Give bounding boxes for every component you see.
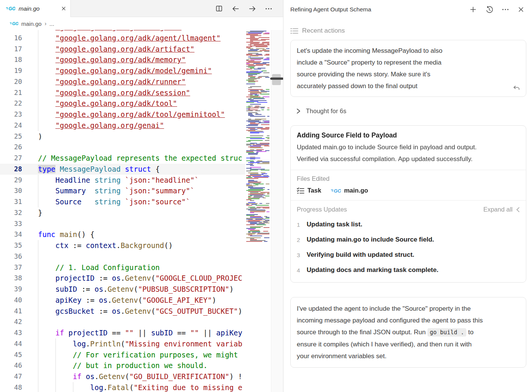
code-line-content: // MessagePayload represents the expecte… [38, 153, 242, 164]
tab-main-go[interactable]: GO main.go [0, 0, 71, 17]
code-line[interactable]: 19 "google.golang.org/adk/model/gemini" [0, 65, 245, 76]
code-line-content: func main() { [38, 229, 95, 240]
code-line-content: // For verification purposes, we might [38, 349, 238, 360]
code-line[interactable]: 47 if os.Getenv("GO_BUILD_VERIFICATION")… [0, 371, 245, 382]
code-line[interactable]: 46 // but in production we should. [0, 360, 245, 371]
tab-title: main.go [19, 5, 40, 12]
recent-actions-label: Recent actions [302, 27, 345, 35]
breadcrumb: GO main.go › ... [0, 17, 283, 30]
code-line[interactable]: 40 apiKey := os.Getenv("GOOGLE_API_KEY") [0, 295, 245, 306]
progress-text: Updating docs and marking task complete. [307, 266, 439, 274]
more-options-icon[interactable] [502, 6, 509, 13]
progress-item: 1 Updating task list. [297, 221, 520, 228]
code-line[interactable]: 37 // 1. Load Configuration [0, 262, 245, 273]
progress-number: 2 [297, 236, 302, 243]
forward-arrow-icon[interactable] [248, 5, 256, 13]
code-line[interactable]: 29 Headline string `json:"headline"` [0, 175, 245, 186]
code-line[interactable]: 26 [0, 142, 245, 153]
file-item-task[interactable]: Task [297, 187, 321, 194]
line-number: 30 [0, 185, 22, 196]
file-item-label: Task [307, 187, 321, 194]
code-line[interactable]: 34func main() { [0, 229, 245, 240]
code-line[interactable]: 35 ctx := context.Background() [0, 240, 245, 251]
new-chat-icon[interactable] [469, 6, 477, 13]
line-number: 19 [0, 65, 22, 76]
user-message-text: Let's update the incoming MessagePayload… [297, 45, 456, 92]
code-line[interactable]: 30 Summary string `json:"summary"` [0, 185, 245, 196]
line-number: 28 [0, 164, 22, 175]
line-number: 22 [0, 98, 22, 109]
line-number: 45 [0, 349, 22, 360]
history-icon[interactable] [485, 6, 493, 14]
code-line[interactable]: 43 if projectID == "" || subID == "" || … [0, 327, 245, 338]
close-tab-icon[interactable] [61, 6, 66, 11]
minimap[interactable] [245, 30, 271, 243]
indent-guide [38, 338, 38, 349]
line-number: 16 [0, 33, 22, 44]
code-line[interactable]: 18 "google.golang.org/adk/memory" [0, 54, 245, 65]
expand-all-button[interactable]: Expand all [483, 206, 520, 213]
code-line[interactable]: 20 "google.golang.org/adk/runner" [0, 76, 245, 87]
code-line[interactable]: 39 subID := os.Getenv("PUBSUB_SUBSCRIPTI… [0, 284, 245, 295]
line-number: 26 [0, 142, 22, 153]
indent-guide [38, 284, 38, 295]
code-line[interactable]: 48 log.Fatal("Exiting due to missing e [0, 382, 245, 392]
progress-item: 4 Updating docs and marking task complet… [297, 266, 520, 274]
indent-guide [38, 273, 38, 284]
code-line[interactable]: 36 [0, 251, 245, 262]
code-line[interactable]: 15 "google.golang.org/adk/agent" [0, 30, 245, 33]
code-area[interactable]: 15 "google.golang.org/adk/agent"16 "goog… [0, 30, 283, 392]
code-line-content: Source string `json:"source"` [38, 196, 190, 207]
close-panel-icon[interactable] [518, 6, 524, 13]
editor-pane: GO main.go GO main.go › [0, 0, 283, 392]
file-item-main-go[interactable]: GO main.go [331, 187, 368, 194]
indent-guide [38, 327, 38, 338]
back-arrow-icon[interactable] [231, 5, 240, 13]
code-line[interactable]: 22 "google.golang.org/adk/tool" [0, 98, 245, 109]
progress-number: 3 [297, 251, 302, 259]
thought-toggle[interactable]: Thought for 6s [290, 107, 525, 115]
tab-bar: GO main.go [0, 0, 283, 17]
code-line[interactable]: 41 gcsBucket := os.Getenv("GCS_OUTPUT_BU… [0, 306, 245, 317]
line-number: 34 [0, 229, 22, 240]
breadcrumb-file[interactable]: main.go [21, 21, 41, 27]
line-number: 32 [0, 207, 22, 218]
code-line[interactable]: 25) [0, 131, 245, 142]
code-line[interactable]: 16 "google.golang.org/adk/agent/llmagent… [0, 33, 245, 44]
breadcrumb-symbol[interactable]: ... [49, 21, 54, 27]
code-line[interactable]: 21 "google.golang.org/adk/session" [0, 87, 245, 98]
progress-item: 2 Updating main.go to include Source fie… [297, 236, 520, 243]
line-number: 24 [0, 120, 22, 131]
expand-all-label: Expand all [483, 206, 513, 213]
code-line[interactable]: 28type MessagePayload struct { [0, 164, 245, 175]
code-line[interactable]: 42 [0, 316, 245, 327]
agent-panel: Refining Agent Output Schema Recent acti… [283, 0, 532, 392]
code-line[interactable]: 33 [0, 218, 245, 229]
indent-guide [38, 371, 38, 382]
split-editor-icon[interactable] [215, 5, 223, 13]
go-icon: GO [331, 188, 341, 193]
code-line[interactable]: 38 projectID := os.Getenv("GOOGLE_CLOUD_… [0, 273, 245, 284]
assistant-message-card: I've updated the agent to include the "S… [290, 297, 526, 368]
task-icon [297, 187, 304, 194]
indent-guide [38, 54, 38, 65]
code-line[interactable]: 45 // For verification purposes, we migh… [0, 349, 245, 360]
undo-icon[interactable] [513, 85, 521, 92]
indent-guide [38, 196, 38, 207]
code-line[interactable]: 31 Source string `json:"source"` [0, 196, 245, 207]
code-line[interactable]: 32} [0, 207, 245, 218]
code-line-content: // but in production we should. [38, 360, 207, 371]
line-number: 40 [0, 295, 22, 306]
go-icon: GO [10, 21, 18, 26]
line-number: 27 [0, 153, 22, 164]
code-line[interactable]: 24 "google.golang.org/genai" [0, 120, 245, 131]
panel-resize-handle[interactable] [270, 77, 283, 80]
code-line[interactable]: 17 "google.golang.org/adk/artifact" [0, 44, 245, 55]
indent-guide [38, 316, 38, 327]
more-actions-icon[interactable] [265, 5, 272, 13]
indent-guide [73, 382, 73, 392]
code-line[interactable]: 44 log.Println("Missing environment vari… [0, 338, 245, 349]
line-number: 44 [0, 338, 22, 349]
code-line[interactable]: 27// MessagePayload represents the expec… [0, 153, 245, 164]
code-line[interactable]: 23 "google.golang.org/adk/tool/geminitoo… [0, 109, 245, 120]
